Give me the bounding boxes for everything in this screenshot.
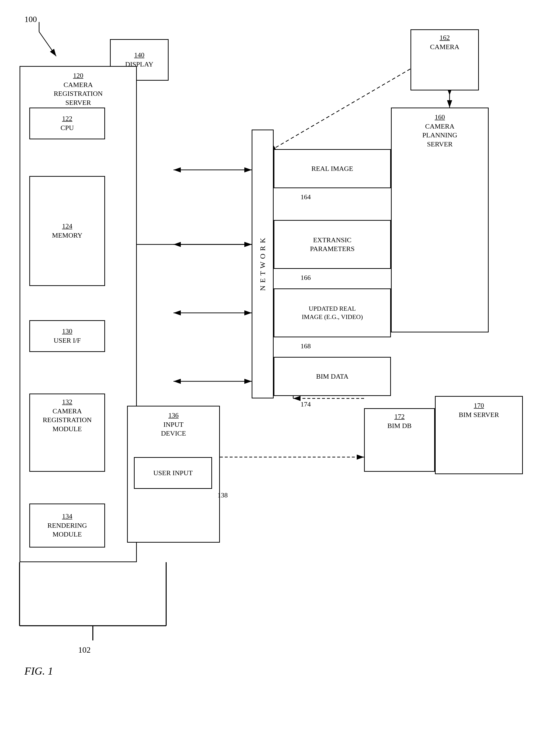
cpu-label: CPU <box>61 123 74 132</box>
memory-number: 124 <box>62 222 72 230</box>
diagram: 100 140 DISPLAY 120 CAMERA REGISTRATION … <box>0 0 560 735</box>
updated-real-image-label: UPDATED REAL IMAGE (E.G., VIDEO) <box>302 304 363 321</box>
updated-real-image-box: UPDATED REAL IMAGE (E.G., VIDEO) <box>274 288 391 337</box>
svg-line-6 <box>39 32 56 56</box>
bim-server-box: 170 BIM SERVER <box>435 396 523 474</box>
bim-db-label: BIM DB <box>388 422 412 430</box>
crs-number: 120 <box>73 72 83 79</box>
system-number-label: 100 <box>24 15 37 24</box>
cps-number: 160 <box>435 113 445 121</box>
bim-db-number: 172 <box>394 413 405 421</box>
camera-registration-server-box: 120 CAMERA REGISTRATION SERVER <box>20 66 137 562</box>
crs-label: CAMERA REGISTRATION SERVER <box>54 80 103 107</box>
memory-label: MEMORY <box>52 231 82 240</box>
rm-label: RENDERING MODULE <box>47 521 87 539</box>
cps-label: CAMERA PLANNING SERVER <box>422 122 457 149</box>
input-device-number: 136 <box>168 412 179 419</box>
network-bar: N E T W O R K <box>252 129 274 399</box>
camera-planning-server-box: 160 CAMERA PLANNING SERVER <box>391 108 489 332</box>
bim-data-box: BIM DATA <box>274 357 391 396</box>
camera-label: CAMERA <box>430 43 459 51</box>
crm-box: 132 CAMERA REGISTRATION MODULE <box>29 394 105 472</box>
user-if-number: 130 <box>62 327 72 335</box>
cpu-box: 122 CPU <box>29 108 105 139</box>
camera-box: 162 CAMERA <box>410 29 479 90</box>
user-input-label: USER INPUT <box>153 469 193 477</box>
extransic-params-number: 166 <box>301 274 311 281</box>
real-image-label: REAL IMAGE <box>312 164 353 173</box>
network-label: N E T W O R K <box>258 237 267 291</box>
fig-label: FIG. 1 <box>24 665 53 677</box>
extransic-params-box: EXTRANSIC PARAMETERS <box>274 220 391 269</box>
bim-data-label: BIM DATA <box>316 372 348 381</box>
memory-box: 124 MEMORY <box>29 176 105 286</box>
system-102-label: 102 <box>78 645 91 655</box>
crm-number: 132 <box>62 398 72 406</box>
bim-data-number: 174 <box>301 401 311 408</box>
bim-db-box: 172 BIM DB <box>364 408 435 472</box>
extransic-params-label: EXTRANSIC PARAMETERS <box>310 236 355 253</box>
real-image-box: REAL IMAGE <box>274 149 391 188</box>
updated-real-image-number: 168 <box>301 342 311 350</box>
user-if-box: 130 USER I/F <box>29 320 105 352</box>
user-if-label: USER I/F <box>54 336 81 345</box>
display-number: 140 <box>134 51 144 59</box>
user-input-box: USER INPUT <box>134 457 212 489</box>
crm-label: CAMERA REGISTRATION MODULE <box>43 407 92 434</box>
user-input-number-label: 138 <box>217 491 228 499</box>
real-image-number: 164 <box>301 193 311 201</box>
bim-server-number: 170 <box>474 402 484 410</box>
rendering-module-box: 134 RENDERING MODULE <box>29 504 105 548</box>
input-device-label: INPUT DEVICE <box>161 420 186 438</box>
cpu-number: 122 <box>62 115 72 122</box>
rm-number: 134 <box>62 512 72 520</box>
bim-server-label: BIM SERVER <box>459 411 499 419</box>
camera-number: 162 <box>440 34 450 42</box>
